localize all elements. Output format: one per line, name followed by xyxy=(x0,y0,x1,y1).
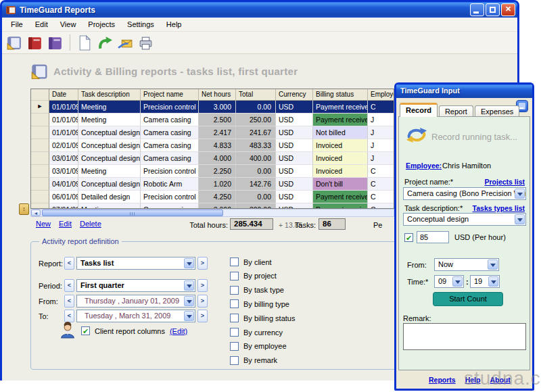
tab-report[interactable]: Report xyxy=(439,105,473,117)
from-next-button[interactable]: > xyxy=(197,295,208,308)
employee-link[interactable]: Employee: xyxy=(406,162,442,170)
titlebar[interactable]: TimeGuard Reports ✕ xyxy=(2,2,517,18)
purple-book-icon[interactable] xyxy=(47,34,64,51)
menu-item[interactable]: Help xyxy=(160,18,188,30)
record-action-link[interactable]: Delete xyxy=(80,220,101,228)
col-header-total[interactable]: Total xyxy=(236,89,276,101)
col-header-project[interactable]: Project name xyxy=(141,89,199,101)
report-prev-button[interactable]: < xyxy=(64,257,74,270)
row-selector[interactable]: ► xyxy=(31,178,49,191)
client-report-columns-checkbox[interactable]: ✔ xyxy=(81,326,90,335)
col-header-date[interactable]: Date xyxy=(49,89,78,101)
close-button[interactable]: ✕ xyxy=(501,3,515,16)
maximize-button[interactable] xyxy=(486,3,500,16)
chevron-down-icon[interactable] xyxy=(488,260,498,270)
to-date-combo[interactable]: Tuesday , March 31, 2009 xyxy=(76,310,195,322)
chevron-down-icon[interactable] xyxy=(184,258,194,268)
red-book-icon[interactable] xyxy=(26,34,43,51)
record-action-link[interactable]: New xyxy=(36,220,51,228)
table-row[interactable]: ► 01/01/09 Meeting Precision control uni… xyxy=(31,101,394,114)
table-row[interactable]: ► 03/01/09 Meeting Precision control uni… xyxy=(31,165,394,178)
from-combo[interactable]: Now xyxy=(434,258,499,271)
row-selector[interactable]: ► xyxy=(31,126,49,139)
chevron-down-icon[interactable] xyxy=(515,189,525,199)
scroll-left-arrow-icon[interactable]: ◄ xyxy=(31,210,41,216)
grouping-checkbox[interactable] xyxy=(230,299,239,308)
contacts-book-icon[interactable] xyxy=(6,34,23,51)
send-mail-icon[interactable] xyxy=(117,34,134,51)
table-row[interactable]: ► 06/01/09 Detailed design Precision con… xyxy=(31,191,394,203)
record-action-link[interactable]: Edit xyxy=(59,220,72,228)
minimize-button[interactable] xyxy=(470,3,484,16)
remark-textarea[interactable] xyxy=(403,323,526,350)
grouping-checkbox[interactable] xyxy=(230,328,239,337)
row-selector[interactable]: ► xyxy=(31,191,49,203)
new-document-icon[interactable] xyxy=(76,34,93,51)
grouping-checkbox[interactable] xyxy=(230,356,239,365)
row-selector[interactable]: ► xyxy=(31,114,49,126)
menu-item[interactable]: View xyxy=(54,18,83,30)
task-combo[interactable]: Conceptual design xyxy=(403,213,526,226)
from-prev-button[interactable]: < xyxy=(64,295,74,308)
col-header-task[interactable]: Task description xyxy=(78,89,141,101)
splitter-button[interactable]: ↕ xyxy=(19,203,29,215)
chevron-down-icon[interactable] xyxy=(184,280,194,291)
chevron-down-icon[interactable] xyxy=(184,311,194,321)
dialog-titlebar[interactable]: TimeGuard Input xyxy=(396,84,532,98)
grouping-checkbox[interactable] xyxy=(230,272,239,280)
menu-item[interactable]: Projects xyxy=(82,18,121,30)
projects-list-link[interactable]: Projects list xyxy=(484,178,525,186)
menu-item[interactable]: Settings xyxy=(121,18,160,30)
grouping-checkbox[interactable] xyxy=(230,342,239,351)
rate-input[interactable]: 85 xyxy=(417,231,449,243)
chevron-down-icon[interactable] xyxy=(488,276,498,287)
table-row[interactable]: ► 07/01/09 Meeting Camera casing 3.000 3… xyxy=(31,203,394,209)
tasks-grid[interactable]: Date Task description Project name Net h… xyxy=(30,89,394,209)
dialog-footer-link[interactable]: Reports xyxy=(429,376,456,384)
row-selector[interactable]: ► xyxy=(31,101,49,114)
tab-expenses[interactable]: Expenses xyxy=(475,105,519,117)
chevron-down-icon[interactable] xyxy=(515,214,525,224)
grouping-checkbox[interactable] xyxy=(230,258,239,266)
table-row[interactable]: ► 01/01/09 Meeting Camera casing 2.500 2… xyxy=(31,114,394,126)
period-combo[interactable]: First quarter xyxy=(76,279,195,292)
print-icon[interactable] xyxy=(137,34,154,51)
table-row[interactable]: ► 01/01/09 Conceptual design Camera casi… xyxy=(31,126,394,139)
refresh-arrow-icon[interactable] xyxy=(97,34,114,51)
chevron-down-icon[interactable] xyxy=(184,296,194,306)
project-combo[interactable]: Camera casing (Bono Precision Works xyxy=(403,187,526,200)
row-selector[interactable]: ► xyxy=(31,152,49,165)
grouping-checkbox[interactable] xyxy=(230,286,239,295)
time-minute-combo[interactable]: 19 xyxy=(470,275,500,288)
tab-record[interactable]: Record xyxy=(400,103,438,117)
row-selector[interactable]: ► xyxy=(31,139,49,152)
rate-checkbox[interactable]: ✔ xyxy=(404,233,413,242)
menu-item[interactable]: Edit xyxy=(29,18,54,30)
time-hour-combo[interactable]: 09 xyxy=(434,275,464,288)
to-prev-button[interactable]: < xyxy=(64,310,74,322)
col-header-status[interactable]: Billing status xyxy=(313,89,368,101)
report-next-button[interactable]: > xyxy=(197,257,208,270)
cell-employee: J xyxy=(368,114,394,126)
col-header-currency[interactable]: Currency xyxy=(276,89,313,101)
period-prev-button[interactable]: < xyxy=(64,279,74,292)
col-header-employee[interactable]: Employee xyxy=(368,89,394,101)
table-row[interactable]: ► 04/01/09 Conceptual design Robotic Arm… xyxy=(31,178,394,191)
grouping-checkbox[interactable] xyxy=(230,314,239,322)
row-selector[interactable]: ► xyxy=(31,165,49,178)
start-count-button[interactable]: Start Count xyxy=(433,292,503,306)
scrollbar-thumb[interactable] xyxy=(42,210,223,216)
horizontal-scrollbar[interactable]: ◄ xyxy=(30,209,394,217)
table-row[interactable]: ► 02/01/09 Conceptual design Camera casi… xyxy=(31,139,394,152)
period-next-button[interactable]: > xyxy=(197,279,208,292)
menu-item[interactable]: File xyxy=(5,18,29,30)
col-header-hours[interactable]: Net hours xyxy=(199,89,236,101)
to-next-button[interactable]: > xyxy=(197,310,208,322)
chevron-down-icon[interactable] xyxy=(452,276,463,287)
report-combo[interactable]: Tasks list xyxy=(76,257,195,270)
edit-columns-link[interactable]: (Edit) xyxy=(170,327,187,335)
tasks-types-list-link[interactable]: Tasks types list xyxy=(473,204,525,212)
row-selector[interactable]: ► xyxy=(31,203,49,209)
from-date-combo[interactable]: Thursday , January 01, 2009 xyxy=(76,295,195,308)
table-row[interactable]: ► 03/01/09 Conceptual design Camera casi… xyxy=(31,152,394,165)
